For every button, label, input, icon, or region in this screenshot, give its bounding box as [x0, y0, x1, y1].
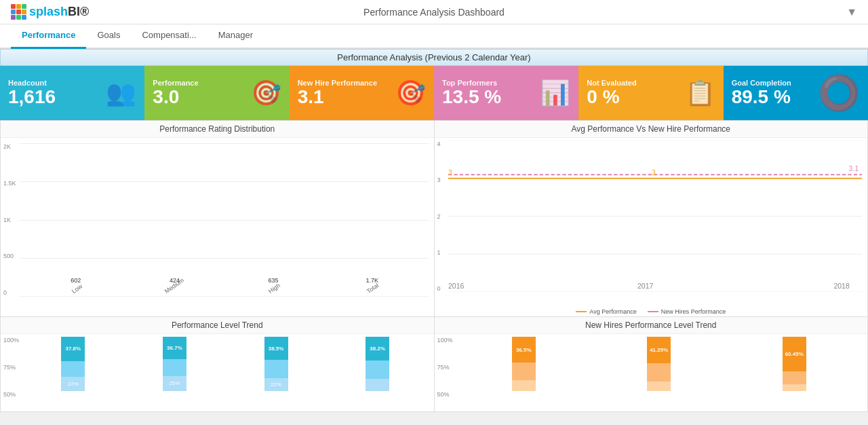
kpi-goalcomp-label: Goal Completion [732, 79, 791, 87]
filter-icon[interactable]: ▼ [846, 6, 857, 18]
kpi-performance: Performance 3.0 🎯 [144, 66, 289, 120]
bar-chart-body: 2K 1.5K 1K 500 0 602 Low [1, 138, 434, 316]
header: splashBI® Performance Analysis Dashboard… [0, 0, 868, 24]
newhire-trend-yaxis: 100% 75% 50% [437, 337, 453, 398]
bar-chart-title: Performance Rating Distribution [1, 121, 434, 138]
newhire-trend-title: New Hires Performance Level Trend [435, 317, 868, 334]
logo-grid [11, 4, 26, 20]
tab-goals[interactable]: Goals [86, 24, 131, 49]
kpi-goal-completion: Goal Completion 89.5 % ⭕ [724, 66, 868, 120]
trend-bar-2015: 37.8% 22% [61, 337, 85, 391]
logo-text: splashBI® [29, 5, 89, 19]
legend-newhires: New Hires Performance [648, 308, 726, 315]
line-chart-title: Avg Performance Vs New Hire Performance [435, 121, 868, 138]
kpi-headcount-value: 1,616 [8, 87, 56, 108]
bar-medium: 424 Medium [161, 277, 188, 296]
kpi-goalcomp-value: 89.5 % [732, 87, 791, 108]
kpi-headcount: Headcount 1,616 👥 [0, 66, 144, 120]
bar-high: 635 High [260, 277, 287, 296]
kpi-headcount-label: Headcount [8, 79, 56, 87]
y-axis: 2K 1.5K 1K 500 0 [3, 143, 16, 296]
svg-text:3: 3 [448, 169, 452, 177]
svg-text:2017: 2017 [637, 282, 653, 290]
kpi-noteval-label: Not Evaluated [587, 79, 636, 87]
kpi-new-hire: New Hire Performance 3.1 🎯 [290, 66, 434, 120]
kpi-top-performers: Top Performers 13.5 % 📊 [434, 66, 578, 120]
headcount-icon: 👥 [106, 79, 136, 107]
trend-bar-2017: 38.5% 22% [264, 337, 288, 391]
goalcomp-icon: ⭕ [818, 73, 860, 113]
perf-trend-title: Performance Level Trend [1, 317, 434, 334]
nh-trend-bar-2015: 36.5% [512, 337, 536, 391]
perf-trend-panel: Performance Level Trend 100% 75% 50% 37.… [0, 317, 434, 412]
kpi-performance-value: 3.0 [153, 87, 198, 108]
bottom-charts-row: Performance Level Trend 100% 75% 50% 37.… [0, 317, 868, 412]
noteval-icon: 📋 [685, 79, 715, 107]
trend-bar-2016: 36.7% 25% [163, 337, 186, 391]
dashboard-title: Performance Analysis (Previous 2 Calenda… [0, 49, 868, 66]
tab-performance[interactable]: Performance [11, 24, 86, 49]
bar-chart-bars: 602 Low 424 Medium 635 High [20, 143, 429, 296]
nh-trend-bar-2016: 41.25% [647, 337, 671, 391]
line-y-axis: 4 3 2 1 0 [437, 141, 441, 292]
kpi-newhire-label: New Hire Performance [298, 79, 377, 87]
nh-trend-bar-2017: 60.45% [783, 337, 806, 391]
tab-compensation[interactable]: Compensati... [131, 24, 207, 49]
charts-row: Performance Rating Distribution 2K 1.5K … [0, 120, 868, 317]
perf-trend-yaxis: 100% 75% 50% [3, 337, 19, 398]
kpi-topperf-label: Top Performers [442, 79, 501, 87]
kpi-performance-label: Performance [153, 79, 198, 87]
nav-tabs: Performance Goals Compensati... Manager [0, 24, 868, 49]
bar-chart-panel: Performance Rating Distribution 2K 1.5K … [0, 120, 434, 317]
kpi-noteval-value: 0 % [587, 87, 636, 108]
svg-text:2016: 2016 [448, 282, 465, 290]
line-chart-panel: Avg Performance Vs New Hire Performance … [434, 120, 869, 317]
kpi-not-evaluated: Not Evaluated 0 % 📋 [578, 66, 723, 120]
svg-text:3.1: 3.1 [848, 165, 859, 172]
trend-bar-2018: 38.2% [366, 337, 389, 391]
performance-icon: 🎯 [251, 79, 281, 107]
newhire-trend-panel: New Hires Performance Level Trend 100% 7… [434, 317, 869, 412]
newhire-trend-bars: 36.5% 41.25% 60.45% [456, 337, 863, 398]
line-chart-body: 4 3 2 1 0 3 3 3.1 [435, 138, 868, 316]
perf-trend-body: 100% 75% 50% 37.8% 22% 36.7% [1, 334, 434, 411]
header-title: Performance Analysis Dashboard [363, 7, 505, 18]
kpi-topperf-value: 13.5 % [442, 87, 501, 108]
line-chart-svg: 3 3 3.1 2016 2017 2018 [448, 141, 863, 292]
svg-text:2018: 2018 [833, 282, 850, 290]
bar-low: 602 Low [62, 277, 90, 296]
bar-total: 1.7K Total [359, 277, 386, 296]
svg-text:3: 3 [651, 169, 655, 177]
kpi-row: Headcount 1,616 👥 Performance 3.0 🎯 New … [0, 66, 868, 120]
topperf-icon: 📊 [540, 79, 570, 107]
legend-avg: Avg Performance [576, 308, 636, 315]
newhire-icon: 🎯 [395, 79, 426, 107]
tab-manager[interactable]: Manager [208, 24, 264, 49]
line-chart-legend: Avg Performance New Hires Performance [435, 308, 868, 315]
newhire-trend-body: 100% 75% 50% 36.5% 41.25% [435, 334, 868, 411]
logo: splashBI® [11, 4, 89, 20]
perf-trend-bars: 37.8% 22% 36.7% 25% 38.5% [22, 337, 429, 398]
kpi-newhire-value: 3.1 [298, 87, 377, 108]
